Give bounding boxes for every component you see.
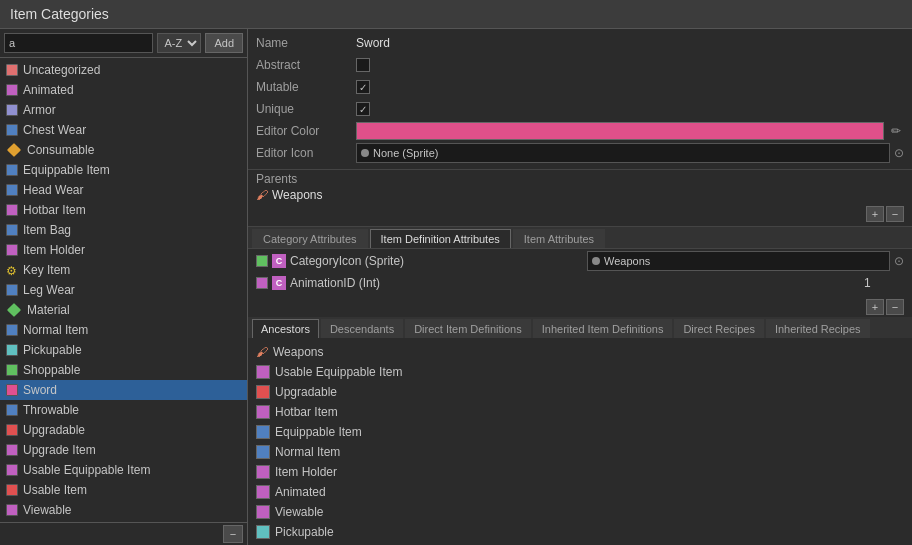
list-item[interactable]: Normal Item <box>0 320 247 340</box>
list-item[interactable]: ⚙Key Item <box>0 260 247 280</box>
list-item[interactable]: Item Holder <box>0 240 247 260</box>
list-item[interactable]: Animated <box>0 80 247 100</box>
attr-color-box <box>256 255 268 267</box>
ancestor-color-icon <box>256 505 270 519</box>
list-item[interactable]: Head Wear <box>0 180 247 200</box>
list-item[interactable]: Material <box>0 300 247 320</box>
title-bar: Item Categories <box>0 0 912 29</box>
list-item-icon <box>6 364 18 376</box>
list-item[interactable]: Sword <box>0 380 247 400</box>
list-item[interactable]: Viewable <box>0 500 247 520</box>
attr-minus-button[interactable]: − <box>886 299 904 315</box>
list-item[interactable]: Armor <box>0 100 247 120</box>
list-item[interactable]: Leg Wear <box>0 280 247 300</box>
add-button[interactable]: Add <box>205 33 243 53</box>
ancestor-item: Pickupable <box>256 522 904 542</box>
list-item-label: Head Wear <box>23 183 83 197</box>
list-item-icon <box>6 164 18 176</box>
attr-tab[interactable]: Item Definition Attributes <box>370 229 511 248</box>
unique-checkbox[interactable]: ✓ <box>356 102 370 116</box>
attr-controls: + − <box>248 297 912 317</box>
sort-select[interactable]: A-Z Z-A <box>157 33 201 53</box>
bottom-tab[interactable]: Direct Item Definitions <box>405 319 531 338</box>
list-item[interactable]: Usable Item <box>0 480 247 500</box>
unique-row: Unique ✓ <box>256 99 904 119</box>
list-item-label: Item Bag <box>23 223 71 237</box>
list-item-label: Normal Item <box>23 323 88 337</box>
ancestor-name: Animated <box>275 485 326 499</box>
ancestor-item: Normal Item <box>256 442 904 462</box>
tabs-area: Category AttributesItem Definition Attri… <box>248 227 912 249</box>
ancestor-item: 🖌Weapons <box>256 342 904 362</box>
bottom-tab[interactable]: Direct Recipes <box>674 319 764 338</box>
list-item-label: Material <box>27 303 70 317</box>
ancestor-color-icon <box>256 405 270 419</box>
left-panel: A-Z Z-A Add UncategorizedAnimatedArmorCh… <box>0 29 248 545</box>
attr-value-selector[interactable]: Weapons <box>587 251 890 271</box>
list-item[interactable]: Throwable <box>0 400 247 420</box>
bottom-tab[interactable]: Descendants <box>321 319 403 338</box>
list-item-label: Key Item <box>23 263 70 277</box>
attr-row: CCategoryIcon (Sprite)Weapons⊙ <box>256 251 904 271</box>
ancestor-name: Equippable Item <box>275 425 362 439</box>
list-item[interactable]: Upgrade Item <box>0 440 247 460</box>
settings-icon[interactable]: ⊙ <box>894 146 904 160</box>
unique-label: Unique <box>256 102 356 116</box>
icon-selector[interactable]: None (Sprite) <box>356 143 890 163</box>
list-item[interactable]: Consumable <box>0 140 247 160</box>
list-item-label: Upgradable <box>23 423 85 437</box>
ancestor-color-icon <box>256 465 270 479</box>
list-item[interactable]: Upgradable <box>0 420 247 440</box>
attr-plus-button[interactable]: + <box>866 299 884 315</box>
attr-name: AnimationID (Int) <box>290 276 860 290</box>
main-container: Item Categories A-Z Z-A Add Uncategorize… <box>0 0 912 545</box>
list-item-label: Armor <box>23 103 56 117</box>
icon-dot <box>361 149 369 157</box>
list-item-label: Sword <box>23 383 57 397</box>
content-area: A-Z Z-A Add UncategorizedAnimatedArmorCh… <box>0 29 912 545</box>
list-item-label: Upgrade Item <box>23 443 96 457</box>
list-item[interactable]: Uncategorized <box>0 60 247 80</box>
attr-tab[interactable]: Item Attributes <box>513 229 605 248</box>
parents-minus-button[interactable]: − <box>886 206 904 222</box>
list-item-icon <box>6 224 18 236</box>
bottom-tab[interactable]: Inherited Item Definitions <box>533 319 673 338</box>
list-item-icon <box>6 124 18 136</box>
color-bar[interactable] <box>356 122 884 140</box>
list-item[interactable]: Pickupable <box>0 340 247 360</box>
bottom-tab[interactable]: Ancestors <box>252 319 319 338</box>
list-minus-button[interactable]: − <box>223 525 243 543</box>
mutable-checkbox[interactable]: ✓ <box>356 80 370 94</box>
ancestor-item: Usable Equippable Item <box>256 362 904 382</box>
list-item[interactable]: Shoppable <box>0 360 247 380</box>
name-row: Name Sword <box>256 33 904 53</box>
right-panel: Name Sword Abstract Mutable ✓ Unique ✓ E… <box>248 29 912 545</box>
abstract-checkbox[interactable] <box>356 58 370 72</box>
search-input[interactable] <box>4 33 153 53</box>
bottom-tab[interactable]: Inherited Recipes <box>766 319 870 338</box>
mutable-label: Mutable <box>256 80 356 94</box>
attr-tab[interactable]: Category Attributes <box>252 229 368 248</box>
list-item[interactable]: Equippable Item <box>0 160 247 180</box>
ancestor-item: Hotbar Item <box>256 402 904 422</box>
attr-color-box <box>256 277 268 289</box>
list-item[interactable]: Item Bag <box>0 220 247 240</box>
ancestor-color-icon <box>256 425 270 439</box>
list-item[interactable]: Chest Wear <box>0 120 247 140</box>
parents-section: Parents 🖌Weapons + − <box>248 170 912 227</box>
ancestor-color-icon <box>256 485 270 499</box>
list-item-icon <box>6 384 18 396</box>
list-item-icon <box>6 204 18 216</box>
parents-plus-button[interactable]: + <box>866 206 884 222</box>
list-item[interactable]: Usable Equippable Item <box>0 460 247 480</box>
list-item-icon <box>6 324 18 336</box>
list-item-icon <box>7 303 21 317</box>
list-item-label: Consumable <box>27 143 94 157</box>
ancestor-name: Pickupable <box>275 525 334 539</box>
list-item-icon <box>6 484 18 496</box>
list-item[interactable]: Hotbar Item <box>0 200 247 220</box>
list-item-label: Chest Wear <box>23 123 86 137</box>
name-label: Name <box>256 36 356 50</box>
edit-color-icon[interactable]: ✏ <box>888 123 904 139</box>
attr-settings-icon[interactable]: ⊙ <box>894 254 904 268</box>
